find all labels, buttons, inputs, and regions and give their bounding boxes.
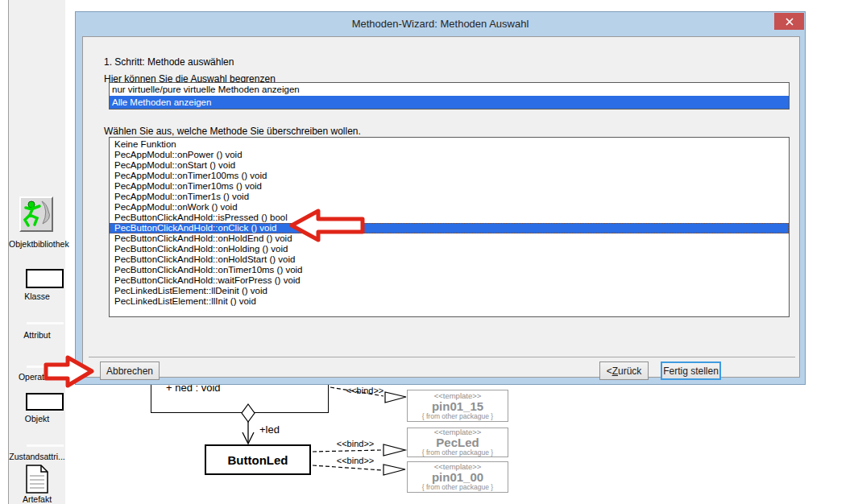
- close-icon: [786, 18, 794, 26]
- dialog-titlebar[interactable]: Methoden-Wizard: Methoden Auswahl: [76, 12, 805, 36]
- back-button-accelerator: Z: [612, 366, 618, 377]
- tool-zustandsattribut[interactable]: [27, 444, 64, 447]
- method-list-item[interactable]: PecAppModul::onPower () void: [110, 150, 789, 160]
- template-name: PecLed: [436, 436, 479, 448]
- method-list-item[interactable]: PecButtonClickAndHold::onClick () void: [110, 223, 789, 233]
- cancel-button[interactable]: Abbrechen: [100, 361, 160, 380]
- step-label: 1. Schritt: Methode auswählen: [104, 56, 234, 68]
- bind-stereotype-label: <<bind>>: [331, 439, 379, 448]
- toolbox: Objektbibliothek Klasse Attribut Operati…: [8, 0, 65, 504]
- tool-label: Objektbibliothek: [9, 239, 65, 249]
- method-list-item[interactable]: PecAppModul::onTimer1s () void: [110, 192, 789, 202]
- method-list-item[interactable]: PecAppModul::onWork () void: [110, 202, 789, 213]
- method-select-label: Wählen Sie aus, welche Methode Sie übers…: [104, 126, 361, 137]
- tool-label: Klasse: [9, 291, 65, 301]
- method-listbox: Keine Funktion PecAppModul::onPower () v…: [109, 137, 790, 317]
- method-list-item[interactable]: PecButtonClickAndHold::onTimer10ms () vo…: [110, 265, 789, 275]
- tool-label: Zustandsattri...: [9, 452, 65, 461]
- tool-klasse[interactable]: [26, 269, 64, 288]
- back-button[interactable]: < Zurück: [599, 361, 649, 380]
- filter-listbox: nur virtuelle/pure virtuelle Methoden an…: [109, 82, 790, 109]
- filter-option[interactable]: Alle Methoden anzeigen: [110, 96, 789, 109]
- back-button-prefix: <: [607, 366, 612, 377]
- screen: + ned : void +led ButtonLed <<template>>…: [0, 0, 854, 504]
- bind-stereotype-label: <<bind>>: [341, 386, 389, 395]
- runner-icon: [21, 198, 52, 230]
- back-button-rest: urück: [618, 366, 641, 377]
- tool-label: Attribut: [9, 330, 65, 340]
- bind-connector: [313, 465, 382, 470]
- method-list-item[interactable]: PecButtonClickAndHold::onHolding () void: [110, 244, 789, 254]
- tool-attribut[interactable]: [27, 322, 64, 324]
- tool-label: Artefakt: [9, 494, 65, 504]
- template-box-pin01-15[interactable]: <<template>> pin01_15 { from other packa…: [407, 390, 508, 422]
- dialog-content-panel: 1. Schritt: Methode auswählen Hier könne…: [82, 36, 800, 378]
- class-name-label: ButtonLed: [228, 453, 288, 467]
- method-list-item[interactable]: Keine Funktion: [110, 139, 789, 150]
- template-name: pin01_15: [432, 400, 483, 412]
- template-box-pecled[interactable]: <<template>> PecLed { from other packagu…: [407, 428, 508, 457]
- method-list-item[interactable]: PecLinkedListElement::llInit () void: [110, 296, 789, 307]
- template-note: { from other packague }: [422, 412, 493, 421]
- tool-label: Operation: [9, 372, 65, 382]
- template-name: pin01_00: [432, 471, 483, 483]
- method-list-item[interactable]: PecButtonClickAndHold::onHoldEnd () void: [110, 233, 789, 244]
- method-list-item[interactable]: PecAppModul::onTimer100ms () void: [110, 171, 789, 181]
- method-list-item[interactable]: PecAppModul::onStart () void: [110, 160, 789, 171]
- template-box-pin01-00[interactable]: <<template>> pin01_00 { from other packa…: [407, 461, 508, 493]
- template-note: { from other packague }: [422, 448, 493, 457]
- class-box-buttonled[interactable]: ButtonLed: [205, 444, 311, 475]
- tool-label: Objekt: [9, 414, 65, 423]
- triangle-arrowhead-icon: [383, 444, 405, 456]
- dialog-title: Methoden-Wizard: Methoden Auswahl: [352, 18, 529, 30]
- method-list-item[interactable]: PecButtonClickAndHold::onHoldStart () vo…: [110, 254, 789, 265]
- tool-artefakt[interactable]: [25, 465, 49, 494]
- close-button[interactable]: [774, 13, 804, 30]
- method-list-item[interactable]: PecLinkedListElement::llDeinit () void: [110, 286, 789, 296]
- tool-objekt[interactable]: [26, 393, 64, 411]
- method-wizard-dialog: Methoden-Wizard: Methoden Auswahl 1. Sch…: [75, 11, 806, 385]
- bind-connector: [313, 450, 382, 452]
- method-list-item[interactable]: PecButtonClickAndHold::isPressed () bool: [110, 213, 789, 223]
- association-label: +led: [259, 423, 280, 436]
- stereotype-label: <<template>>: [434, 391, 482, 400]
- filter-option[interactable]: nur virtuelle/pure virtuelle Methoden an…: [110, 83, 789, 96]
- template-note: { from other packague }: [422, 483, 493, 492]
- method-list-item[interactable]: PecButtonClickAndHold::waitForPress () v…: [110, 275, 789, 286]
- tool-objektbibliothek[interactable]: [19, 196, 53, 232]
- bind-stereotype-label: <<bind>>: [331, 456, 379, 465]
- separator: [89, 357, 795, 357]
- finish-button[interactable]: Fertig stellen: [661, 361, 721, 380]
- method-list-item[interactable]: PecAppModul::onTimer10ms () void: [110, 181, 789, 192]
- tool-operation[interactable]: [27, 366, 64, 368]
- triangle-arrowhead-icon: [383, 465, 405, 475]
- open-arrowhead-icon: [243, 432, 254, 444]
